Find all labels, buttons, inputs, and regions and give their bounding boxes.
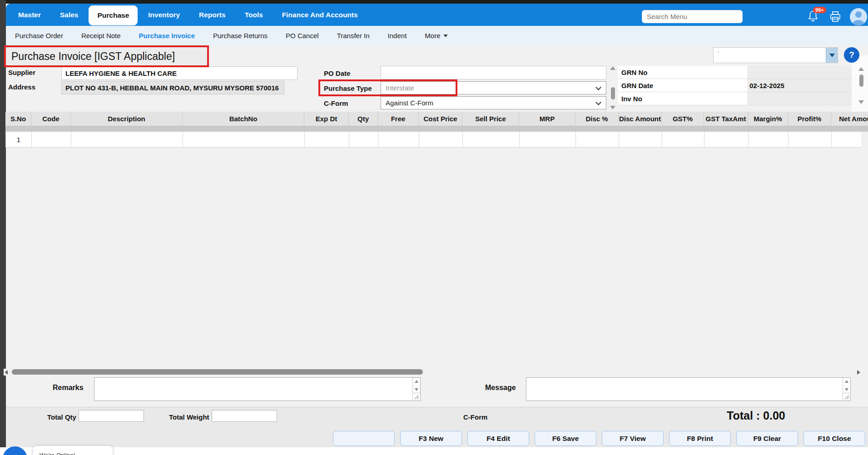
scroll-down-icon[interactable] xyxy=(610,106,615,109)
remarks-label: Remarks xyxy=(53,384,84,392)
cell-gst-taxamt[interactable] xyxy=(704,132,749,148)
column-header-batchno[interactable]: BatchNo xyxy=(183,112,304,126)
button-f9-clear[interactable]: F9 Clear xyxy=(736,431,798,446)
column-header-exp-dt[interactable]: Exp Dt xyxy=(304,112,349,126)
cell-mrp[interactable] xyxy=(520,132,576,148)
cell-description[interactable] xyxy=(71,132,183,148)
scroll-up-icon[interactable] xyxy=(845,380,848,383)
cell-margin[interactable] xyxy=(749,132,789,148)
cell-net-amount[interactable] xyxy=(832,132,861,148)
column-header-free[interactable]: Free xyxy=(378,112,419,126)
textarea-scroll xyxy=(843,378,850,393)
scroll-up-icon[interactable] xyxy=(858,67,864,71)
column-header-profit[interactable]: Profit% xyxy=(788,112,831,126)
column-header-disc-amount[interactable]: Disc Amount xyxy=(619,112,662,126)
subnav-item-transfer-in[interactable]: Transfer In xyxy=(331,32,376,40)
column-header-disc[interactable]: Disc % xyxy=(575,112,619,126)
nav-item-inventory[interactable]: Inventory xyxy=(139,4,188,26)
user-avatar[interactable] xyxy=(850,8,867,25)
cell-disc[interactable] xyxy=(576,132,619,148)
column-header-sell-price[interactable]: Sell Price xyxy=(462,112,519,126)
chat-status-card[interactable]: We're Online! xyxy=(33,446,113,455)
address-field[interactable] xyxy=(61,81,284,94)
cell-batchno[interactable] xyxy=(183,132,305,148)
subnav-item-purchase-order[interactable]: Purchase Order xyxy=(9,32,69,40)
column-header-net-amount[interactable]: Net Amount xyxy=(831,112,868,126)
button-f7-view[interactable]: F7 View xyxy=(602,431,664,446)
scroll-left-icon[interactable] xyxy=(5,370,8,375)
column-header-mrp[interactable]: MRP xyxy=(519,112,575,126)
scroll-right-icon[interactable] xyxy=(857,370,860,375)
remarks-textarea[interactable] xyxy=(94,378,412,401)
column-header-s-no[interactable]: S.No xyxy=(5,112,31,126)
supplier-field[interactable] xyxy=(61,66,298,80)
grn-date-value[interactable]: 02-12-2025 xyxy=(747,79,852,92)
cell-free[interactable] xyxy=(378,132,419,148)
subnav-item-receipt-note[interactable]: Receipt Note xyxy=(75,32,127,40)
inv-no-value[interactable] xyxy=(747,92,852,105)
cell-exp-dt[interactable] xyxy=(305,132,349,148)
resize-handle-icon[interactable] xyxy=(412,393,420,401)
cell-sell-price[interactable] xyxy=(463,132,520,148)
cell-profit[interactable] xyxy=(789,132,832,148)
cell-disc-amount[interactable] xyxy=(619,132,662,148)
nav-item-purchase[interactable]: Purchase xyxy=(89,5,138,25)
print-button[interactable] xyxy=(829,10,842,23)
column-header-description[interactable]: Description xyxy=(71,112,183,126)
chat-status-text: We're Online! xyxy=(40,452,75,455)
help-button[interactable]: ? xyxy=(844,47,859,63)
button-blank[interactable] xyxy=(333,431,395,446)
column-header-margin[interactable]: Margin% xyxy=(748,112,788,126)
search-input[interactable] xyxy=(642,10,743,23)
nav-item-sales[interactable]: Sales xyxy=(51,4,87,26)
total-qty-field[interactable] xyxy=(79,410,144,422)
cell-cost-price[interactable] xyxy=(419,132,463,148)
notifications-button[interactable]: 99+ xyxy=(807,10,820,24)
subnav-item-more[interactable]: More xyxy=(418,32,454,40)
column-header-code[interactable]: Code xyxy=(31,112,71,126)
scroll-down-icon[interactable] xyxy=(845,388,848,391)
scrollbar-thumb[interactable] xyxy=(859,74,863,87)
invoice-combo-box[interactable]: · xyxy=(713,47,838,63)
button-f10-close[interactable]: F10 Close xyxy=(804,431,865,446)
column-header-cost-price[interactable]: Cost Price xyxy=(419,112,462,126)
cform-select[interactable]: Against C-Form xyxy=(381,96,606,109)
subnav-item-purchase-returns[interactable]: Purchase Returns xyxy=(207,32,274,40)
button-f3-new[interactable]: F3 New xyxy=(400,431,462,446)
scrollbar-thumb[interactable] xyxy=(611,87,615,99)
column-header-qty[interactable]: Qty xyxy=(349,112,378,126)
button-f4-edit[interactable]: F4 Edit xyxy=(467,431,529,446)
nav-item-tools[interactable]: Tools xyxy=(236,4,272,26)
total-weight-field[interactable] xyxy=(212,410,277,422)
cell-code[interactable] xyxy=(32,132,71,148)
scroll-down-icon[interactable] xyxy=(415,388,418,391)
subnav-item-po-cancel[interactable]: PO Cancel xyxy=(279,32,325,40)
scroll-up-icon[interactable] xyxy=(415,380,418,383)
nav-item-master[interactable]: Master xyxy=(10,4,50,26)
po-date-field[interactable] xyxy=(381,66,606,79)
combo-dropdown-button[interactable] xyxy=(826,48,838,63)
grn-no-value[interactable] xyxy=(747,66,852,79)
subnav-item-indent[interactable]: Indent xyxy=(382,32,413,40)
button-f6-save[interactable]: F6 Save xyxy=(535,431,596,446)
scroll-down-icon[interactable] xyxy=(858,100,864,104)
cell-qty[interactable] xyxy=(349,132,378,148)
message-label: Message xyxy=(485,384,516,392)
scrollbar-thumb[interactable] xyxy=(12,369,423,375)
purchase-type-label: Purchase Type xyxy=(324,84,372,92)
nav-item-reports[interactable]: Reports xyxy=(190,4,234,26)
column-header-gst[interactable]: GST% xyxy=(662,112,704,126)
resize-handle-icon[interactable] xyxy=(843,393,850,401)
purchase-type-select[interactable]: Interstate xyxy=(381,81,606,94)
button-f8-print[interactable]: F8 Print xyxy=(669,431,731,446)
chevron-down-icon xyxy=(829,54,835,57)
nav-item-finance-and-accounts[interactable]: Finance And Accounts xyxy=(273,4,367,26)
grid-header-row: S.NoCodeDescriptionBatchNoExp DtQtyFreeC… xyxy=(5,112,868,126)
cell-gst[interactable] xyxy=(662,132,704,148)
column-header-gst-taxamt[interactable]: GST TaxAmt xyxy=(704,112,748,126)
cell-s-no[interactable]: 1 xyxy=(6,132,32,148)
subnav-item-purchase-invoice[interactable]: Purchase Invoice xyxy=(133,32,201,40)
message-textarea[interactable] xyxy=(526,378,842,401)
scroll-up-icon[interactable] xyxy=(610,66,615,70)
inv-no-row: Inv No xyxy=(618,92,852,105)
